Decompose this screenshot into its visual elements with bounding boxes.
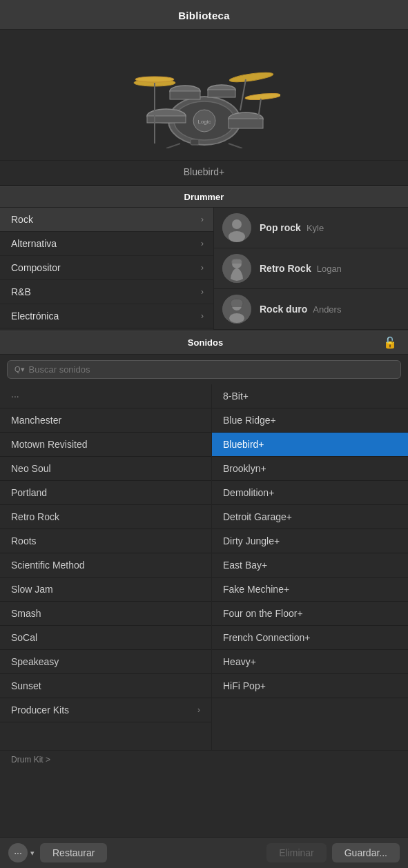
drummer-item-logan[interactable]: Retro Rock Logan [214, 248, 408, 289]
list-item-east-bay[interactable]: East Bay+ [212, 553, 408, 578]
drummer-item-kyle[interactable]: Pop rock Kyle [214, 208, 408, 248]
list-item-neo-soul[interactable]: Neo Soul [0, 457, 211, 481]
genre-item-compositor[interactable]: Compositor › [0, 256, 213, 280]
list-item-demolition[interactable]: Demolition+ [212, 481, 408, 505]
svg-point-24 [229, 231, 245, 242]
list-item-retro-rock[interactable]: Retro Rock [0, 505, 211, 529]
restore-button[interactable]: Restaurar [40, 843, 107, 862]
options-button[interactable]: ··· [8, 843, 28, 862]
svg-line-20 [166, 144, 180, 148]
save-button[interactable]: Guardar... [332, 843, 400, 862]
avatar-logan [222, 254, 251, 283]
avatar-kyle [222, 213, 251, 242]
header: Biblioteca [0, 0, 408, 30]
list-item-fake-mechine[interactable]: Fake Mechine+ [212, 578, 408, 602]
list-item-portland[interactable]: Portland [0, 481, 211, 505]
list-item-producer-kits[interactable]: Producer Kits › [0, 698, 211, 722]
drummer-section-header: Drummer [0, 186, 408, 208]
list-item-socal[interactable]: SoCal [0, 626, 211, 650]
left-column: ··· Manchester Motown Revisited Neo Soul… [0, 384, 212, 750]
svg-line-16 [240, 79, 246, 110]
svg-point-23 [232, 219, 242, 229]
drummer-column: Pop rock Kyle Retro Rock Logan [214, 208, 408, 330]
drummer-section: Rock › Alternativa › Compositor › R&B › … [0, 208, 408, 331]
genre-item-electronica[interactable]: Electrónica › [0, 304, 213, 328]
genre-item-alternativa[interactable]: Alternativa › [0, 232, 213, 256]
list-item-sunset[interactable]: Sunset [0, 674, 211, 698]
list-item-bluebird[interactable]: Bluebird+ [212, 433, 408, 457]
chevron-right-icon: › [201, 215, 204, 224]
list-item-hifi-pop[interactable]: HiFi Pop+ [212, 674, 408, 698]
svg-point-13 [135, 77, 174, 82]
search-input[interactable] [29, 364, 394, 375]
avatar-anders [222, 295, 251, 324]
page-title: Biblioteca [178, 10, 230, 21]
genre-item-rb[interactable]: R&B › [0, 280, 213, 304]
drummer-info-kyle: Pop rock Kyle [260, 222, 324, 233]
list-item-dirty-jungle[interactable]: Dirty Jungle+ [212, 529, 408, 553]
sonidos-title: Sonidos [28, 337, 383, 348]
chevron-right-icon: › [201, 263, 204, 273]
chevron-right-icon: › [201, 311, 204, 321]
list-item-four-on-floor[interactable]: Four on the Floor+ [212, 602, 408, 626]
sonidos-header: Sonidos 🔓 [0, 331, 408, 355]
list-item-roots[interactable]: Roots [0, 529, 211, 553]
chevron-right-icon: › [197, 705, 200, 715]
search-bar[interactable]: Q▾ [7, 360, 401, 379]
list-item-slow-jam[interactable]: Slow Jam [0, 578, 211, 602]
svg-point-29 [229, 313, 244, 323]
list-item-partial[interactable]: ··· [0, 384, 211, 408]
search-filter-dropdown[interactable]: Q▾ [14, 365, 25, 374]
list-item-smash[interactable]: Smash [0, 602, 211, 626]
delete-button: Eliminar [266, 843, 327, 862]
svg-point-15 [229, 71, 273, 84]
chevron-right-icon: › [201, 287, 204, 297]
drummer-item-anders[interactable]: Rock duro Anders [214, 289, 408, 330]
list-item-speakeasy[interactable]: Speakeasy [0, 650, 211, 674]
svg-rect-19 [191, 139, 199, 145]
drummer-info-logan: Retro Rock Logan [260, 263, 342, 274]
svg-rect-5 [147, 116, 186, 123]
bottom-toolbar: ··· ▾ Restaurar Eliminar Guardar... [0, 837, 408, 868]
genre-column: Rock › Alternativa › Compositor › R&B › … [0, 208, 214, 330]
svg-rect-7 [229, 119, 263, 128]
svg-text:Logic: Logic [197, 119, 211, 125]
list-item-scientific-method[interactable]: Scientific Method [0, 553, 211, 578]
drummer-info-anders: Rock duro Anders [260, 304, 341, 315]
list-item-detroit-garage[interactable]: Detroit Garage+ [212, 505, 408, 529]
svg-line-21 [229, 144, 242, 148]
list-item-heavy[interactable]: Heavy+ [212, 650, 408, 674]
drum-image-area: Logic [0, 30, 408, 161]
right-column: 8-Bit+ Blue Ridge+ Bluebird+ Brooklyn+ D… [212, 384, 408, 750]
chevron-down-icon[interactable]: ▾ [30, 849, 35, 858]
instrument-name: Bluebird+ [0, 161, 408, 186]
svg-rect-9 [170, 91, 200, 99]
toolbar-left: ··· ▾ [8, 843, 35, 862]
sound-list-area: ··· Manchester Motown Revisited Neo Soul… [0, 384, 408, 750]
genre-item-rock[interactable]: Rock › [0, 208, 213, 232]
list-item-manchester[interactable]: Manchester [0, 408, 211, 433]
list-item-blue-ridge[interactable]: Blue Ridge+ [212, 408, 408, 433]
breadcrumb[interactable]: Drum Kit > [0, 750, 408, 769]
list-item-motown[interactable]: Motown Revisited [0, 433, 211, 457]
drum-kit-image: Logic [128, 40, 280, 150]
list-item-brooklyn[interactable]: Brooklyn+ [212, 457, 408, 481]
svg-point-17 [244, 92, 280, 101]
lock-icon[interactable]: 🔓 [383, 336, 397, 349]
svg-rect-11 [208, 90, 235, 97]
chevron-right-icon: › [201, 239, 204, 248]
list-item-8bit[interactable]: 8-Bit+ [212, 384, 408, 408]
list-item-french-connection[interactable]: French Connection+ [212, 626, 408, 650]
